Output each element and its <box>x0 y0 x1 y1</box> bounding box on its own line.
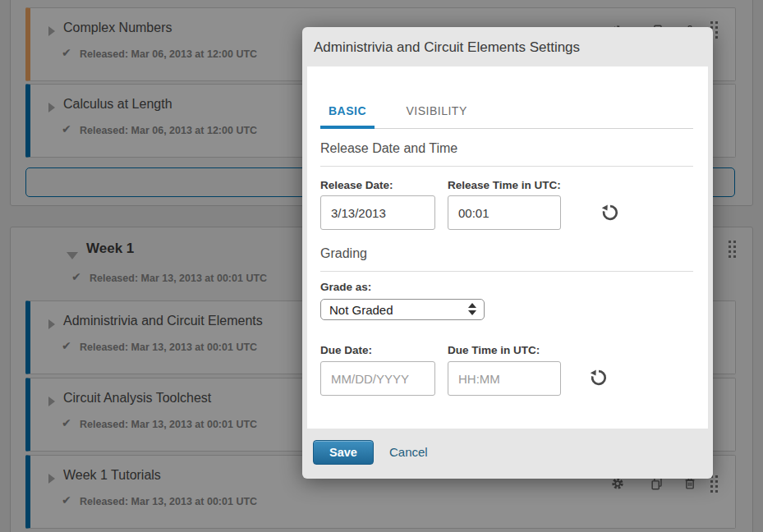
cancel-link[interactable]: Cancel <box>389 445 428 459</box>
grade-select-value: Not Graded <box>329 303 393 317</box>
modal-tabs: BASIC VISIBILITY <box>320 103 693 129</box>
tab-visibility[interactable]: VISIBILITY <box>398 104 476 126</box>
reset-icon <box>601 204 619 222</box>
grade-as-label: Grade as: <box>320 281 371 293</box>
due-date-input[interactable] <box>320 361 435 396</box>
select-arrows-icon <box>468 303 476 315</box>
modal-title: Administrivia and Circuit Elements Setti… <box>302 27 713 66</box>
release-time-label: Release Time in UTC: <box>448 179 561 191</box>
reset-release-button[interactable] <box>601 203 621 222</box>
due-time-input[interactable] <box>448 361 561 396</box>
due-time-label: Due Time in UTC: <box>448 344 540 356</box>
grade-select[interactable]: Not Graded <box>320 299 485 320</box>
reset-icon <box>590 369 608 387</box>
release-section-heading: Release Date and Time <box>320 141 693 167</box>
release-date-input[interactable] <box>320 195 435 230</box>
save-button[interactable]: Save <box>313 440 374 465</box>
release-date-label: Release Date: <box>320 179 393 191</box>
reset-due-button[interactable] <box>590 368 609 388</box>
release-time-input[interactable] <box>448 195 561 230</box>
grading-section-heading: Grading <box>320 246 693 272</box>
subsection-settings-modal: Administrivia and Circuit Elements Setti… <box>302 27 713 479</box>
modal-body: BASIC VISIBILITY Release Date and Time R… <box>307 66 708 429</box>
tab-basic[interactable]: BASIC <box>320 104 375 129</box>
modal-footer: Save Cancel <box>302 429 713 479</box>
due-date-label: Due Date: <box>320 344 372 356</box>
app-window: Complex Numbers ✔ Released: Mar 06, 2013… <box>0 0 763 532</box>
